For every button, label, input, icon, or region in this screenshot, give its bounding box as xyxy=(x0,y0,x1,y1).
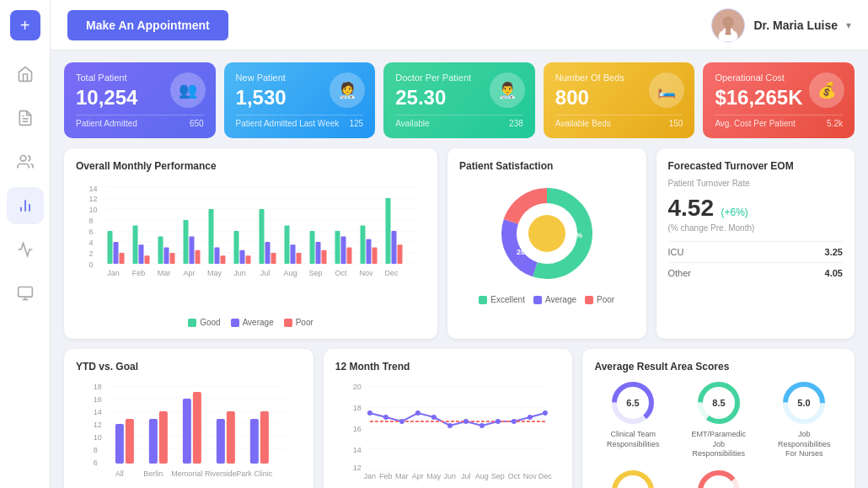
operational-cost-footer: Avg. Cost Per Patient 5.2k xyxy=(715,115,843,128)
legend-good-label: Good xyxy=(200,318,220,327)
turnover-title: Forecasted Turnover EOM xyxy=(668,160,844,172)
trend-chart: 20 18 16 14 12 xyxy=(335,379,561,480)
svg-rect-108 xyxy=(260,411,269,464)
sidebar-item-documents[interactable] xyxy=(7,99,44,137)
svg-text:May: May xyxy=(426,472,442,480)
total-patient-footer-label: Patient Admitted xyxy=(76,119,137,128)
monthly-performance-card: Overall Monthly Performance 14 12 10 8 6… xyxy=(64,148,437,339)
svg-text:4: 4 xyxy=(89,239,94,247)
sidebar-item-chart[interactable] xyxy=(7,187,44,224)
operational-cost-footer-label: Avg. Cost Per Patient xyxy=(715,119,795,128)
svg-text:12: 12 xyxy=(89,195,98,203)
make-appointment-button[interactable]: Make An Appointment xyxy=(67,10,228,40)
doctor-name: Dr. Maria Luise xyxy=(753,19,838,32)
svg-text:18: 18 xyxy=(353,404,362,412)
score-clinical: 6.5 Clinical TeamResponsibilities xyxy=(594,379,672,459)
svg-rect-69 xyxy=(347,248,352,265)
score-patient-privacy-chart: 3.9 xyxy=(695,468,742,488)
turnover-other-value: 4.05 xyxy=(825,268,843,278)
svg-text:14: 14 xyxy=(353,446,362,454)
svg-text:8: 8 xyxy=(89,217,94,225)
monthly-performance-legend: Good Average Poor xyxy=(76,318,426,327)
svg-rect-63 xyxy=(310,231,315,264)
svg-text:May: May xyxy=(207,269,222,277)
svg-text:Riverside: Riverside xyxy=(205,469,237,478)
header: Make An Appointment Dr. Maria Luise ▾ xyxy=(51,0,868,51)
stats-row: 👥 Total Patient 10,254 Patient Admitted … xyxy=(64,62,855,138)
svg-rect-102 xyxy=(159,411,168,464)
svg-rect-12 xyxy=(726,26,732,35)
svg-point-82 xyxy=(528,215,565,252)
svg-text:Aug: Aug xyxy=(475,472,489,480)
scores-title: Average Result Area Scores xyxy=(594,361,843,373)
svg-text:Sep: Sep xyxy=(308,269,322,277)
turnover-card: Forecasted Turnover EOM Patient Turnover… xyxy=(656,148,855,339)
svg-rect-106 xyxy=(227,411,235,464)
sidebar-item-home[interactable] xyxy=(7,56,44,93)
sidebar-item-users[interactable] xyxy=(7,143,44,180)
svg-rect-36 xyxy=(139,244,144,264)
doctor-info[interactable]: Dr. Maria Luise ▾ xyxy=(711,8,851,42)
svg-text:Jun: Jun xyxy=(443,472,456,480)
turnover-subtitle: Patient Turnover Rate xyxy=(668,179,844,188)
monthly-performance-chart: 14 12 10 8 6 4 2 0 JanF xyxy=(76,179,426,309)
score-clinical-label: Clinical TeamResponsibilities xyxy=(607,430,660,449)
svg-text:Mar: Mar xyxy=(395,472,409,480)
svg-text:Feb: Feb xyxy=(132,269,146,277)
score-emt: 8.5 EMT/Paramedic JobResponsibilities xyxy=(680,379,758,459)
doctor-per-patient-footer-label: Available xyxy=(395,119,429,128)
charts-row: Overall Monthly Performance 14 12 10 8 6… xyxy=(64,148,855,339)
svg-text:6: 6 xyxy=(89,228,94,236)
svg-rect-55 xyxy=(260,209,265,264)
svg-rect-48 xyxy=(215,248,220,265)
donut-legend: Excellent Average Poor xyxy=(459,295,635,304)
svg-point-126 xyxy=(399,419,405,424)
score-clinical-chart: 6.5 xyxy=(609,379,656,426)
svg-point-135 xyxy=(543,410,548,416)
svg-text:2: 2 xyxy=(89,249,94,258)
number-of-beds-footer: Available Beds 150 xyxy=(555,115,683,128)
svg-rect-51 xyxy=(234,231,239,264)
sidebar-logo[interactable]: + xyxy=(10,10,40,40)
svg-text:20%: 20% xyxy=(517,248,532,256)
svg-rect-52 xyxy=(240,250,245,264)
svg-rect-75 xyxy=(386,198,391,264)
svg-text:All: All xyxy=(115,469,124,478)
svg-text:12: 12 xyxy=(94,421,102,429)
new-patient-footer-label: Patient Admitted Last Week xyxy=(236,119,340,128)
content-area: 👥 Total Patient 10,254 Patient Admitted … xyxy=(51,51,868,488)
doctor-per-patient-footer: Available 238 xyxy=(395,115,523,128)
svg-rect-64 xyxy=(316,242,321,264)
svg-rect-105 xyxy=(217,419,225,464)
sidebar: + xyxy=(0,0,51,488)
svg-rect-39 xyxy=(158,237,163,265)
svg-rect-32 xyxy=(114,242,119,264)
svg-text:10: 10 xyxy=(89,206,98,214)
svg-point-130 xyxy=(463,419,469,424)
legend-excellent-dot xyxy=(479,296,487,304)
svg-text:25%: 25% xyxy=(539,204,555,212)
score-emt-chart: 8.5 xyxy=(695,379,742,426)
sidebar-item-analytics[interactable] xyxy=(7,231,44,268)
sidebar-item-monitor[interactable] xyxy=(7,275,44,312)
svg-rect-72 xyxy=(367,239,372,264)
score-emt-label: EMT/Paramedic JobResponsibilities xyxy=(689,430,748,459)
stat-card-doctor-per-patient: 👨‍⚕️ Doctor Per Patient 25.30 Available … xyxy=(383,62,535,138)
svg-text:Nov: Nov xyxy=(523,472,538,480)
svg-point-10 xyxy=(723,16,734,27)
svg-rect-73 xyxy=(372,248,378,265)
legend-good-dot xyxy=(188,319,196,327)
patient-satisfaction-title: Patient Satisfaction xyxy=(459,160,635,172)
operational-cost-footer-value: 5.2k xyxy=(827,119,843,128)
number-of-beds-footer-label: Available Beds xyxy=(555,119,611,128)
svg-point-2 xyxy=(20,156,26,162)
total-patient-footer: Patient Admitted 650 xyxy=(76,115,204,128)
svg-text:10: 10 xyxy=(94,433,102,442)
stat-card-number-of-beds: 🛏️ Number Of Beds 800 Available Beds 150 xyxy=(544,62,695,138)
new-patient-footer-value: 125 xyxy=(350,119,364,128)
turnover-value: 4.52 xyxy=(668,195,715,221)
svg-rect-67 xyxy=(335,231,340,264)
trend-title: 12 Month Trend xyxy=(335,361,561,373)
score-medical-office: 5.9 Medical Office ReceptionistJob Respo… xyxy=(594,468,672,488)
number-of-beds-footer-value: 150 xyxy=(669,119,683,128)
